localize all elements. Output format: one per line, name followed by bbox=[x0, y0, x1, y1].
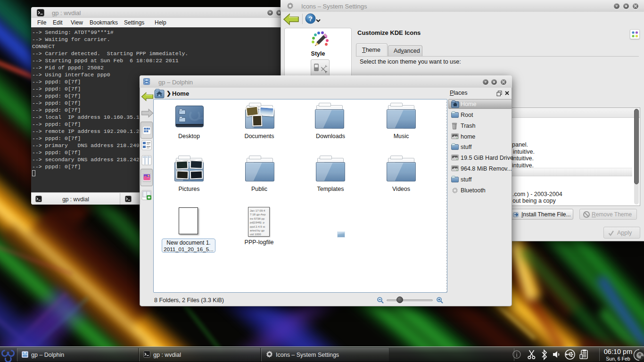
svg-text:i: i bbox=[516, 351, 518, 358]
svg-text:?: ? bbox=[308, 15, 313, 23]
